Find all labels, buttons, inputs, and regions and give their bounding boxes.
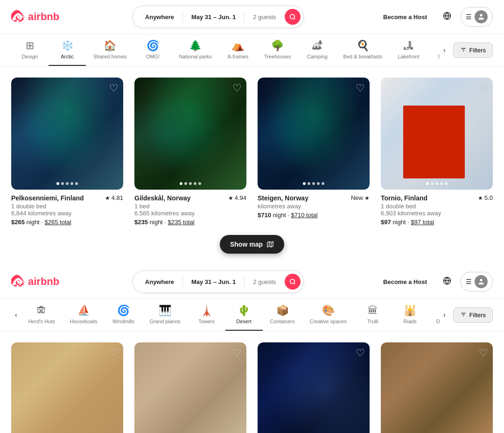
rating-value-0: 4.81	[112, 194, 123, 201]
category-nav-inner-bottom: 🏚 Herd's Huts ⛵ Houseboats 🌀 Windmills 🎹…	[21, 299, 440, 331]
wishlist-btn-b1[interactable]: ♡	[232, 347, 242, 359]
search-location[interactable]: Anywhere	[140, 14, 179, 21]
svg-point-3	[480, 14, 482, 16]
cat-national[interactable]: 🌲 National parks	[172, 34, 219, 66]
bottom-card-grid: ♡ Joshua Tree, California, US ★ 4.85	[11, 342, 493, 433]
cat-camping[interactable]: 🏕 Camping	[299, 34, 336, 66]
search-dates-2[interactable]: May 31 – Jun. 1	[187, 278, 240, 285]
filters-button-bottom[interactable]: Filters	[453, 307, 493, 323]
logo[interactable]: airbnb	[11, 8, 59, 26]
cat-aframes[interactable]: ⛺ A-frames	[219, 34, 257, 66]
star-icon-0: ★	[105, 195, 110, 201]
cat-lakefront[interactable]: 🏞 Lakefront	[390, 34, 427, 66]
search-bar-2[interactable]: Anywhere May 31 – Jun. 1 2 guests	[133, 270, 304, 293]
cat-arctic[interactable]: ❄️ Arctic	[49, 34, 86, 66]
nav-arrow-right-bottom[interactable]: ›	[440, 307, 449, 322]
filters-button-top[interactable]: Filters	[453, 43, 493, 58]
pianos-icon: 🎹	[159, 305, 171, 317]
hamburger-icon: ☰	[466, 13, 472, 21]
dot	[426, 182, 429, 185]
cat-surfing[interactable]: 🏄 Surfing	[427, 34, 440, 66]
herds-icon: 🏚	[36, 305, 47, 317]
wishlist-btn-0[interactable]: ♡	[109, 82, 119, 94]
search-location-2[interactable]: Anywhere	[140, 278, 179, 285]
search-guests[interactable]: 2 guests	[248, 14, 280, 21]
card-beds-3: 1 double bed	[381, 203, 493, 210]
cat-towers[interactable]: 🗼 Towers	[188, 299, 225, 331]
card-distance-2: kilometres away	[258, 203, 370, 210]
cat-treehouses[interactable]: 🌳 Treehouses	[257, 34, 299, 66]
logo-2[interactable]: airbnb	[11, 273, 59, 291]
listing-card-b1[interactable]: ♡ Cameron, Arizona, US ★ 4.9	[134, 342, 246, 433]
card-image-1	[134, 78, 246, 190]
cat-trulli[interactable]: 🏛 Trulli	[354, 299, 392, 331]
price-total-0: $265 total	[45, 219, 71, 226]
become-host-link[interactable]: Become a Host	[377, 9, 434, 25]
dot	[184, 182, 187, 185]
search-guests-2[interactable]: 2 guests	[248, 278, 280, 285]
cat-creative-label: Creative spaces	[310, 319, 347, 324]
show-map-button-top[interactable]: Show map	[220, 235, 284, 254]
listing-card-b2[interactable]: ♡ Yucca Valley, California, US ★ 4.81	[258, 342, 370, 433]
cat-containers[interactable]: 📦 Containers	[263, 299, 302, 331]
card-info-0: Pelkosenniemi, Finland ★ 4.81 1 double b…	[11, 190, 123, 226]
listing-card-0[interactable]: ♡ Pelkosenniemi, Finland ★ 4.81	[11, 78, 123, 226]
category-nav-bottom: ‹ 🏚 Herd's Huts ⛵ Houseboats 🌀 Windmills…	[0, 299, 504, 331]
nav-arrow-left-bottom[interactable]: ‹	[11, 307, 21, 322]
containers-icon: 📦	[276, 305, 289, 317]
cat-riads[interactable]: 🕌 Riads	[392, 299, 429, 331]
user-menu-2[interactable]: ☰	[461, 272, 493, 291]
full-page: airbnb Anywhere May 31 – Jun. 1 2 guests…	[0, 0, 504, 433]
wishlist-btn-b2[interactable]: ♡	[356, 347, 365, 359]
dot	[317, 182, 320, 185]
listing-card-1[interactable]: ♡ Gildeskål, Norway ★ 4.94	[134, 78, 246, 226]
search-button[interactable]	[285, 9, 301, 25]
cat-dammussos[interactable]: 🏔 Dammussos	[429, 299, 440, 331]
show-map-label-top: Show map	[230, 241, 263, 248]
user-avatar	[475, 10, 488, 23]
new-badge-2: New	[351, 194, 363, 201]
search-dates[interactable]: May 31 – Jun. 1	[187, 14, 240, 21]
cat-desert[interactable]: 🌵 Desert	[225, 299, 263, 331]
cat-creative[interactable]: 🎨 Creative spaces	[302, 299, 354, 331]
cat-shared[interactable]: 🏠 Shared homes	[86, 34, 134, 66]
category-nav-inner-top: ⊞ Design ❄️ Arctic 🏠 Shared homes 🌀 OMG!…	[11, 34, 440, 66]
language-button-2[interactable]	[439, 273, 455, 291]
listing-card-b0[interactable]: ♡ Joshua Tree, California, US ★ 4.85	[11, 342, 123, 433]
search-bar[interactable]: Anywhere May 31 – Jun. 1 2 guests	[133, 6, 304, 28]
listing-card-b3[interactable]: ♡ Joshua Tree, California, US ★	[381, 342, 493, 433]
user-menu[interactable]: ☰	[461, 7, 493, 27]
wishlist-btn-3[interactable]: ♡	[479, 82, 488, 94]
search-divider-4	[244, 276, 245, 287]
wishlist-btn-2[interactable]: ♡	[356, 82, 365, 94]
wishlist-btn-b0[interactable]: ♡	[109, 347, 119, 359]
listing-card-3[interactable]: ♡ Tornio, Finland ★ 5.0	[381, 78, 493, 226]
dot	[75, 182, 78, 185]
wishlist-btn-b3[interactable]: ♡	[479, 347, 488, 359]
cat-houseboats[interactable]: ⛵ Houseboats	[63, 299, 105, 331]
top-card-grid: ♡ Pelkosenniemi, Finland ★ 4.81	[11, 78, 493, 226]
cat-omg[interactable]: 🌀 OMG!	[134, 34, 172, 66]
card-price-2: $710 night · $710 total	[258, 212, 370, 219]
cat-design[interactable]: ⊞ Design	[11, 34, 49, 66]
card-beds-0: 1 double bed	[11, 203, 123, 210]
second-header: airbnb Anywhere May 31 – Jun. 1 2 guests…	[0, 265, 504, 299]
cat-national-label: National parks	[179, 54, 212, 59]
nav-arrow-right-top[interactable]: ›	[440, 43, 449, 57]
cat-herds[interactable]: 🏚 Herd's Huts	[21, 299, 63, 331]
cat-camping-label: Camping	[307, 54, 328, 59]
lakefront-icon: 🏞	[403, 40, 413, 52]
dot	[180, 182, 182, 185]
wishlist-btn-1[interactable]: ♡	[232, 82, 242, 94]
design-icon: ⊞	[26, 40, 34, 52]
language-button[interactable]	[439, 8, 455, 26]
cat-pianos[interactable]: 🎹 Grand pianos	[142, 299, 188, 331]
cat-bnb[interactable]: 🍳 Bed & breakfasts	[336, 34, 390, 66]
cat-pianos-label: Grand pianos	[150, 319, 181, 324]
become-host-link-2[interactable]: Become a Host	[377, 274, 434, 290]
search-button-2[interactable]	[285, 274, 301, 290]
listing-card-2[interactable]: ♡ Steigen, Norway New ★	[258, 78, 370, 226]
svg-point-13	[480, 279, 482, 281]
filters-label-top: Filters	[469, 47, 486, 54]
cat-windmills[interactable]: 🌀 Windmills	[105, 299, 142, 331]
